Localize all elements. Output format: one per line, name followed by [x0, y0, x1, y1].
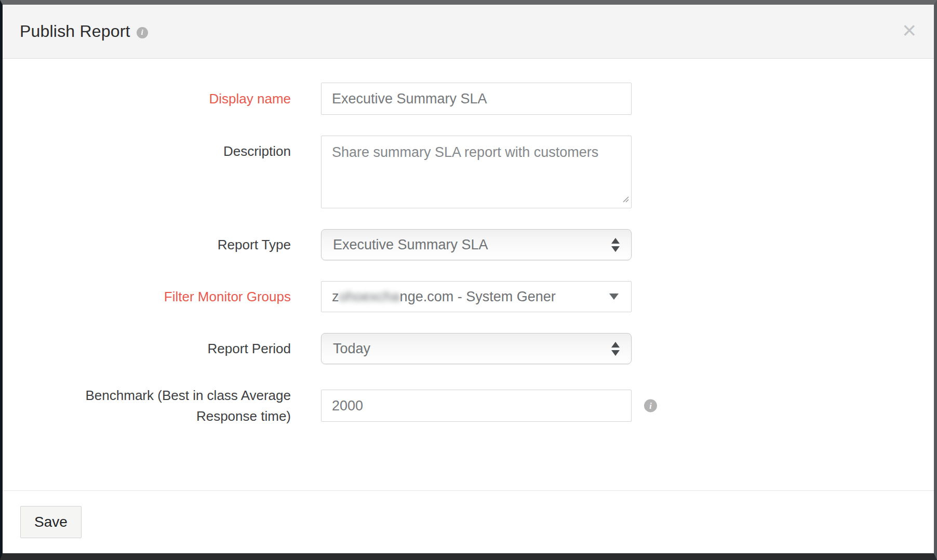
report-type-value: Executive Summary SLA: [333, 237, 488, 253]
page-title: Publish Report: [20, 22, 130, 41]
select-spinner-icon: [611, 238, 620, 252]
filter-monitor-groups-label: Filter Monitor Groups: [3, 286, 291, 307]
filter-monitor-groups-row: Filter Monitor Groups zohoexchange.com -…: [3, 281, 934, 312]
dialog-body: Display name Description Share summary S…: [3, 59, 934, 490]
benchmark-row: Benchmark (Best in class Average Respons…: [3, 385, 934, 427]
display-name-input[interactable]: [321, 83, 632, 115]
close-icon[interactable]: ×: [900, 18, 918, 42]
dialog-footer: Save: [3, 490, 934, 553]
monitor-group-value-suffix: nge.com - System Gener: [400, 289, 556, 305]
save-button[interactable]: Save: [20, 506, 82, 538]
benchmark-info-icon[interactable]: i: [644, 399, 657, 412]
publish-report-dialog: Publish Report i × Display name Descript…: [0, 0, 937, 560]
description-row: Description Share summary SLA report wit…: [3, 136, 934, 208]
report-period-value: Today: [333, 341, 370, 357]
benchmark-input[interactable]: [321, 390, 632, 422]
benchmark-label: Benchmark (Best in class Average Respons…: [3, 385, 291, 427]
filter-monitor-groups-dropdown[interactable]: zohoexchange.com - System Gener: [321, 281, 632, 312]
select-spinner-icon: [611, 342, 620, 356]
report-type-row: Report Type Executive Summary SLA: [3, 229, 934, 260]
display-name-row: Display name: [3, 83, 934, 115]
chevron-down-icon: [609, 294, 619, 300]
monitor-group-value-prefix: z: [332, 289, 339, 305]
report-type-label: Report Type: [3, 234, 291, 255]
title-info-icon[interactable]: i: [137, 27, 148, 38]
report-period-label: Report Period: [3, 338, 291, 359]
display-name-label: Display name: [3, 88, 291, 109]
report-period-row: Report Period Today: [3, 333, 934, 364]
report-period-select[interactable]: Today: [321, 333, 632, 364]
description-label: Description: [3, 136, 291, 162]
description-textarea[interactable]: Share summary SLA report with customers: [321, 136, 632, 208]
dialog-header: Publish Report i ×: [3, 5, 934, 59]
report-type-select[interactable]: Executive Summary SLA: [321, 229, 632, 260]
monitor-group-value-redacted: ohoexcha: [339, 289, 400, 305]
